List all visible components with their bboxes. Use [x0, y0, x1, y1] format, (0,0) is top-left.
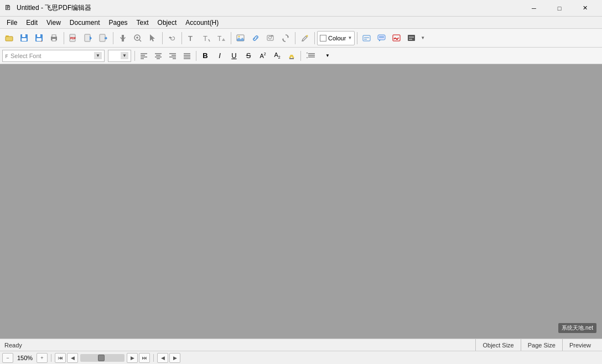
link-button[interactable]	[248, 31, 263, 45]
page-size-section: Page Size	[521, 339, 562, 351]
menu-file[interactable]: File	[2, 18, 22, 28]
minimize-button[interactable]: ─	[521, 0, 547, 17]
text-tool-button[interactable]: T	[184, 31, 199, 45]
pan-icon	[118, 34, 127, 43]
menu-pages[interactable]: Pages	[105, 18, 132, 28]
font-select[interactable]: ꜰ Select Font ▼	[2, 50, 105, 62]
undo-button[interactable]	[165, 31, 179, 45]
print-icon	[50, 34, 59, 43]
font-size-arrow-icon: ▼	[121, 52, 128, 59]
nav-bar: − 150% + ⏮ ◀ ▶ ⏭ ◀ ▶	[0, 351, 602, 364]
next-view-button[interactable]: ▶	[169, 353, 180, 363]
menu-view[interactable]: View	[42, 18, 65, 28]
colour-swatch	[320, 35, 326, 41]
export-pdf-button[interactable]: PDF	[66, 31, 81, 45]
prev-page-button[interactable]: ◀	[67, 353, 78, 363]
svg-text:+: +	[40, 39, 43, 43]
save-button[interactable]	[17, 31, 32, 45]
menu-account[interactable]: Account(H)	[181, 18, 223, 28]
text-edit-button[interactable]: T	[199, 31, 214, 45]
menu-document[interactable]: Document	[65, 18, 105, 28]
last-page-button[interactable]: ⏭	[139, 353, 150, 363]
open-button[interactable]	[2, 31, 17, 45]
pen-icon	[300, 34, 309, 43]
nav-sep-1	[51, 354, 51, 362]
maximize-button[interactable]: □	[547, 0, 572, 17]
export-button2[interactable]	[81, 31, 96, 45]
svg-rect-5	[22, 38, 27, 41]
colour-button[interactable]: Colour ▼	[317, 31, 355, 45]
right-toolbar-more[interactable]: ▼	[421, 35, 425, 40]
svg-rect-12	[52, 39, 56, 41]
paragraph-spacing-button[interactable]	[303, 50, 320, 62]
object-size-section: Object Size	[475, 339, 520, 351]
more-format-button[interactable]: ▼	[321, 50, 334, 62]
italic-icon: I	[219, 51, 221, 60]
redact-button[interactable]	[404, 31, 419, 45]
redact-icon	[407, 34, 416, 43]
select-icon	[148, 34, 157, 43]
select-button[interactable]	[146, 31, 160, 45]
pen-group	[298, 31, 312, 45]
colour-label: Colour	[328, 35, 346, 41]
highlight-button[interactable]	[285, 50, 298, 62]
align-right-button[interactable]	[166, 50, 179, 62]
align-left-icon	[140, 52, 148, 60]
zoom-icon	[133, 34, 142, 43]
separator-1	[64, 32, 64, 44]
digital-sign-button[interactable]	[390, 31, 404, 45]
next-page-button[interactable]: ▶	[127, 353, 138, 363]
save-as-icon: +	[35, 34, 44, 43]
rotation-button[interactable]	[278, 31, 293, 45]
page-slider-thumb	[98, 355, 105, 361]
svg-rect-37	[363, 35, 370, 41]
zoom-in-button[interactable]: +	[37, 353, 48, 363]
image-tool-button[interactable]	[233, 31, 248, 45]
menu-edit[interactable]: Edit	[22, 18, 42, 28]
export-button3[interactable]	[96, 31, 111, 45]
strikethrough-button[interactable]: S	[242, 50, 255, 62]
comment-button[interactable]	[375, 31, 389, 45]
nav-sep-2	[153, 354, 154, 362]
align-center-button[interactable]	[152, 50, 165, 62]
zoom-out-button[interactable]: −	[2, 353, 13, 363]
text-ocr-button[interactable]: T	[214, 31, 229, 45]
superscript-button[interactable]: A2	[256, 50, 269, 62]
pen-button[interactable]	[298, 31, 312, 45]
italic-button[interactable]: I	[213, 50, 226, 62]
print-button[interactable]	[47, 31, 61, 45]
pan-tool-button[interactable]	[116, 31, 130, 45]
screenshot-button[interactable]	[263, 31, 278, 45]
underline-icon: U	[231, 51, 236, 60]
font-size-select[interactable]: ▼	[108, 50, 131, 62]
underline-button[interactable]: U	[227, 50, 241, 62]
save-as-button[interactable]: +	[32, 31, 46, 45]
svg-text:T: T	[188, 34, 193, 43]
ocr-icon: T	[217, 34, 226, 43]
font-select-arrow-icon: ▼	[94, 52, 102, 59]
menu-text[interactable]: Text	[132, 18, 153, 28]
svg-line-21	[139, 40, 141, 41]
form-field-icon	[362, 34, 371, 43]
colour-dropdown-arrow: ▼	[347, 35, 352, 40]
separator-5	[231, 32, 231, 44]
page-slider[interactable]	[80, 354, 124, 362]
form-field-button[interactable]	[360, 31, 374, 45]
annotation-group	[233, 31, 293, 45]
first-page-button[interactable]: ⏮	[55, 353, 66, 363]
align-left-button[interactable]	[137, 50, 150, 62]
close-button[interactable]: ✕	[572, 0, 598, 17]
align-justify-button[interactable]	[180, 50, 194, 62]
zoom-button[interactable]	[131, 31, 145, 45]
separator-4	[181, 32, 182, 44]
view-toolbar-group: PDF	[66, 31, 111, 45]
subscript-button[interactable]: A2	[271, 50, 284, 62]
svg-marker-19	[106, 37, 107, 40]
bold-button[interactable]: B	[199, 50, 212, 62]
svg-text:T: T	[217, 35, 222, 43]
menu-object[interactable]: Object	[153, 18, 181, 28]
main-toolbar: + PDF	[0, 29, 602, 48]
align-justify-icon	[183, 52, 191, 60]
window-controls: ─ □ ✕	[521, 0, 598, 17]
prev-view-button[interactable]: ◀	[157, 353, 168, 363]
